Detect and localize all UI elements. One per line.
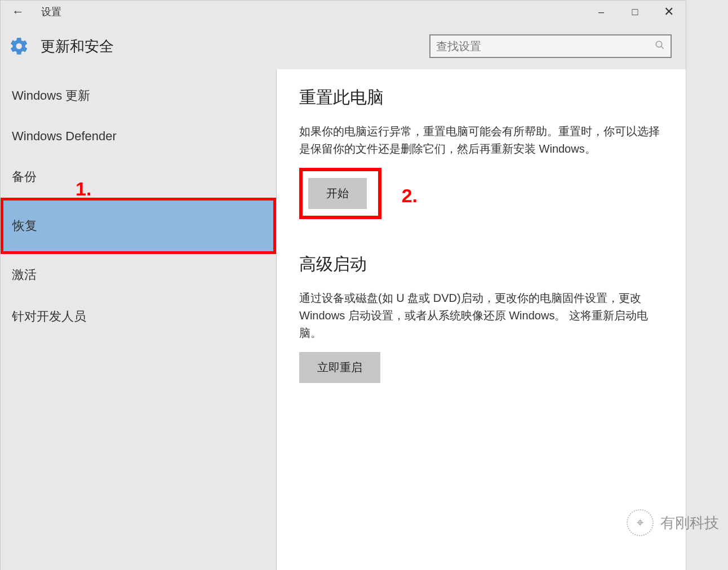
search-box[interactable] xyxy=(429,34,672,58)
sidebar-item-label: 针对开发人员 xyxy=(12,309,86,323)
main-layout: Windows 更新 Windows Defender 备份 1. 恢复 激活 … xyxy=(1,69,686,570)
sidebar-item-activation[interactable]: 激活 xyxy=(1,254,276,296)
sidebar-item-label: 备份 xyxy=(12,170,37,184)
minimize-button[interactable]: – xyxy=(584,1,618,23)
header-left: 更新和安全 xyxy=(9,36,114,56)
watermark: ⌖ 有刚科技 xyxy=(627,509,719,536)
restart-now-button[interactable]: 立即重启 xyxy=(299,352,380,383)
reset-description: 如果你的电脑运行异常，重置电脑可能会有所帮助。重置时，你可以选择是保留你的文件还… xyxy=(299,123,663,158)
header-title: 更新和安全 xyxy=(41,37,114,56)
sidebar-item-windows-defender[interactable]: Windows Defender xyxy=(1,117,276,156)
settings-window: ← 设置 – □ ✕ 更新和安全 Windows 更新 xyxy=(0,0,686,570)
gear-icon xyxy=(9,36,29,56)
watermark-logo-icon: ⌖ xyxy=(627,509,654,536)
advanced-title: 高级启动 xyxy=(299,253,663,276)
content-pane: 重置此电脑 如果你的电脑运行异常，重置电脑可能会有所帮助。重置时，你可以选择是保… xyxy=(277,69,686,570)
titlebar-left: ← 设置 xyxy=(12,5,61,19)
reset-section: 重置此电脑 如果你的电脑运行异常，重置电脑可能会有所帮助。重置时，你可以选择是保… xyxy=(299,86,663,219)
header-row: 更新和安全 xyxy=(1,23,686,69)
reset-button-highlight: 开始 2. xyxy=(299,168,381,219)
sidebar-item-windows-update[interactable]: Windows 更新 xyxy=(1,75,276,117)
reset-title: 重置此电脑 xyxy=(299,86,663,109)
sidebar-item-label: Windows Defender xyxy=(12,129,117,143)
sidebar-item-label: Windows 更新 xyxy=(12,88,90,103)
search-input[interactable] xyxy=(436,40,655,53)
close-button[interactable]: ✕ xyxy=(652,1,686,23)
sidebar-item-label: 恢复 xyxy=(12,219,37,233)
advanced-description: 通过设备或磁盘(如 U 盘或 DVD)启动，更改你的电脑固件设置，更改 Wind… xyxy=(299,290,663,342)
window-title: 设置 xyxy=(41,5,61,19)
back-icon[interactable]: ← xyxy=(12,5,24,19)
svg-point-0 xyxy=(656,41,662,47)
sidebar-item-label: 激活 xyxy=(12,268,37,282)
window-controls: – □ ✕ xyxy=(584,1,686,23)
sidebar: Windows 更新 Windows Defender 备份 1. 恢复 激活 … xyxy=(1,69,277,570)
maximize-button[interactable]: □ xyxy=(618,1,652,23)
reset-start-button[interactable]: 开始 xyxy=(308,178,367,209)
sidebar-item-for-developers[interactable]: 针对开发人员 xyxy=(1,296,276,337)
svg-line-1 xyxy=(661,46,664,49)
sidebar-item-recovery[interactable]: 1. 恢复 xyxy=(1,198,276,254)
advanced-startup-section: 高级启动 通过设备或磁盘(如 U 盘或 DVD)启动，更改你的电脑固件设置，更改… xyxy=(299,253,663,383)
sidebar-item-backup[interactable]: 备份 xyxy=(1,156,276,198)
search-icon[interactable] xyxy=(655,40,665,53)
titlebar: ← 设置 – □ ✕ xyxy=(1,1,686,23)
annotation-2: 2. xyxy=(402,185,418,207)
annotation-1: 1. xyxy=(76,178,91,200)
watermark-text: 有刚科技 xyxy=(660,513,719,533)
